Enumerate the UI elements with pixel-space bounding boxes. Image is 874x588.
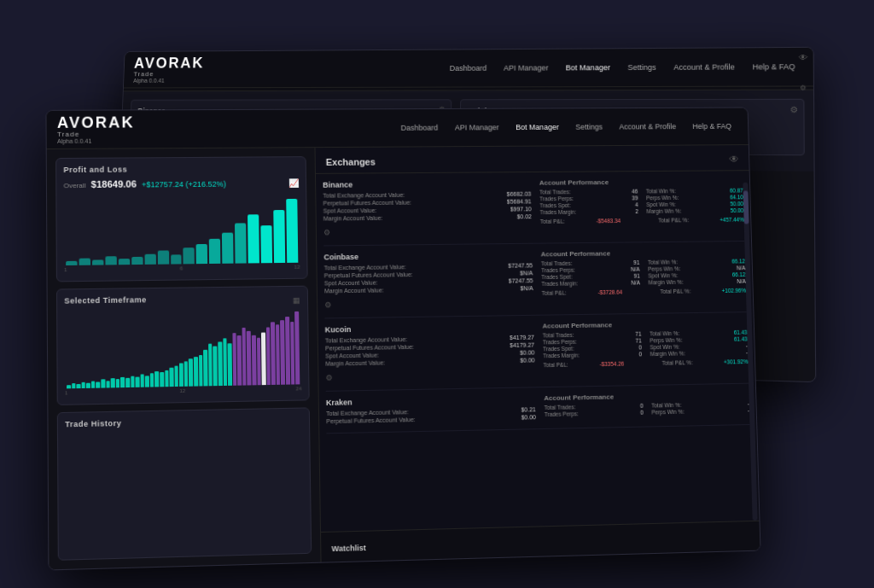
trade-history-title: Trade History — [65, 415, 302, 428]
pnl-overall-label: Overall — [64, 181, 86, 189]
kucoin-perf-grid: Total Trades:71 Total Win %:61.43 Trades… — [543, 329, 749, 358]
timeframe-title: Selected Timeframe — [64, 295, 147, 305]
watchlist-title: Watchlist — [331, 543, 365, 552]
back-logo-area: AVORAK Trade Alpha 0.0.41 — [133, 55, 206, 84]
tf-bar-16 — [145, 376, 149, 387]
tf-bar-37 — [247, 330, 251, 385]
chart-label-1: 1 — [64, 267, 67, 272]
front-nav-help[interactable]: Help & FAQ — [685, 119, 738, 134]
tf-bar-10 — [116, 379, 120, 387]
tf-bar-44 — [280, 319, 285, 384]
pnl-bar-1 — [79, 258, 90, 265]
kucoin-data-col: Kucoin Total Exchange Account Value: $41… — [325, 322, 535, 383]
back-titlebar: AVORAK Trade Alpha 0.0.41 Dashboard API … — [124, 47, 813, 88]
back-nav-bot[interactable]: Bot Manager — [559, 60, 618, 75]
front-nav-account[interactable]: Account & Profile — [612, 119, 683, 134]
tf-bar-46 — [290, 322, 295, 384]
tf-bar-23 — [179, 363, 184, 386]
front-nav-bot[interactable]: Bot Manager — [509, 119, 565, 135]
tf-label-1: 1 — [65, 390, 68, 395]
exchange-kucoin: Kucoin Total Exchange Account Value: $41… — [324, 312, 749, 392]
binance-row-3: Spot Account Value: $997.10 — [323, 206, 532, 213]
tf-bar-31 — [218, 341, 222, 386]
front-nav-api[interactable]: API Manager — [448, 119, 506, 135]
timeframe-section: Selected Timeframe ▦ 1 12 24 — [56, 285, 310, 405]
timeframe-chart — [64, 306, 301, 388]
coinbase-settings-icon[interactable]: ⚙ — [324, 300, 331, 309]
exchange-binance: Binance Total Exchange Account Value: $6… — [323, 171, 744, 246]
binance-perf-title: Account Performance — [539, 177, 743, 186]
front-logo-version: Alpha 0.0.41 — [57, 137, 136, 144]
tf-bar-29 — [208, 344, 213, 386]
binance-data-col: Binance Total Exchange Account Value: $6… — [323, 178, 532, 238]
front-nav-settings[interactable]: Settings — [568, 119, 609, 134]
tf-bar-14 — [136, 376, 140, 387]
chart-toggle-icon[interactable]: 📈 — [288, 178, 299, 188]
scrollbar-thumb[interactable] — [743, 190, 749, 224]
kraken-name: Kraken — [326, 394, 536, 407]
back-logo-version: Alpha 0.0.41 — [133, 77, 205, 83]
watchlist-section: Watchlist — [321, 520, 760, 562]
back-nav-api[interactable]: API Manager — [497, 60, 556, 75]
binance-perf-col: Account Performance Total Trades:46 Tota… — [539, 177, 744, 236]
tf-bar-35 — [237, 335, 242, 385]
eye-icon-exchanges[interactable]: 👁 — [729, 153, 739, 165]
front-layout: Profit and Loss Overall $18649.06 +$1275… — [47, 145, 760, 569]
tf-label-end: 24 — [296, 386, 302, 391]
coinbase-total-pnl: Total P&L: -$3728.64 Total P&L %: +102.9… — [542, 287, 747, 295]
exchange-kraken: Kraken Total Exchange Account Value: $0.… — [326, 383, 750, 434]
coinbase-perf-title: Account Performance — [541, 247, 745, 258]
pnl-bar-11 — [209, 238, 220, 263]
back-nav-account[interactable]: Account & Profile — [667, 59, 742, 74]
coinbase-name: Coinbase — [323, 250, 533, 261]
front-nav-dashboard[interactable]: Dashboard — [394, 119, 446, 135]
pnl-bar-10 — [196, 244, 207, 264]
tf-bar-32 — [223, 338, 227, 385]
binance-row-4: Margin Account Value: $0.02 — [323, 213, 532, 221]
pnl-overall-value: $18649.06 — [91, 178, 137, 189]
chart-label-end: 12 — [294, 264, 300, 269]
tf-bar-20 — [165, 370, 169, 387]
pnl-bar-8 — [171, 253, 182, 264]
gear-icon-coinbase[interactable]: ⚙ — [790, 104, 798, 114]
coinbase-data-col: Coinbase Total Exchange Account Value: $… — [323, 250, 533, 311]
pnl-bar-5 — [131, 256, 143, 265]
pnl-bar-9 — [184, 247, 195, 264]
front-nav: Dashboard API Manager Bot Manager Settin… — [153, 119, 738, 137]
front-logo: AVORAK — [57, 114, 136, 130]
exchanges-title: Exchanges — [326, 156, 376, 166]
tf-label-mid: 12 — [179, 387, 185, 393]
binance-name: Binance — [323, 178, 531, 189]
exchanges-header: Exchanges 👁 — [316, 145, 749, 174]
pnl-bar-0 — [66, 260, 77, 265]
tf-bar-30 — [213, 346, 218, 386]
eye-icon-back[interactable]: 👁 — [799, 52, 808, 61]
tf-bar-8 — [106, 380, 110, 387]
coinbase-perf-grid: Total Trades:91 Total Win %:66.12 Trades… — [541, 258, 746, 287]
left-panel: Profit and Loss Overall $18649.06 +$1275… — [47, 148, 322, 569]
kucoin-name: Kucoin — [325, 322, 534, 334]
back-nav-dashboard[interactable]: Dashboard — [443, 60, 494, 75]
right-panel: Exchanges 👁 Binance Total Exchange Accou… — [316, 145, 760, 562]
tf-bar-22 — [174, 365, 178, 387]
timeframe-icon[interactable]: ▦ — [293, 295, 300, 304]
kraken-data-col: Kraken Total Exchange Account Value: $0.… — [326, 394, 536, 426]
tf-bar-25 — [189, 358, 193, 386]
tf-bar-42 — [271, 322, 276, 384]
binance-row-1: Total Exchange Account Value: $6682.03 — [323, 190, 531, 198]
kucoin-settings-icon[interactable]: ⚙ — [325, 373, 332, 381]
binance-settings-icon[interactable]: ⚙ — [323, 228, 330, 236]
pnl-bar-16 — [273, 209, 285, 263]
front-titlebar: AVORAK Trade Alpha 0.0.41 Dashboard API … — [46, 108, 748, 149]
tf-bar-19 — [160, 372, 164, 387]
back-nav-help[interactable]: Help & FAQ — [745, 59, 802, 74]
pnl-overall-row: Overall $18649.06 +$12757.24 (+216.52%) … — [63, 178, 299, 189]
tf-bar-17 — [150, 373, 154, 387]
back-nav-settings[interactable]: Settings — [621, 59, 663, 74]
back-logo: AVORAK — [134, 55, 206, 71]
pnl-bar-7 — [157, 250, 168, 264]
pnl-bar-2 — [92, 259, 103, 265]
tf-bar-12 — [125, 377, 130, 387]
binance-row-2: Perpetual Futures Account Value: $5684.9… — [323, 198, 531, 206]
kraken-perf-grid: Total Trades:0 Total Win %:- Trades Perp… — [545, 400, 750, 417]
